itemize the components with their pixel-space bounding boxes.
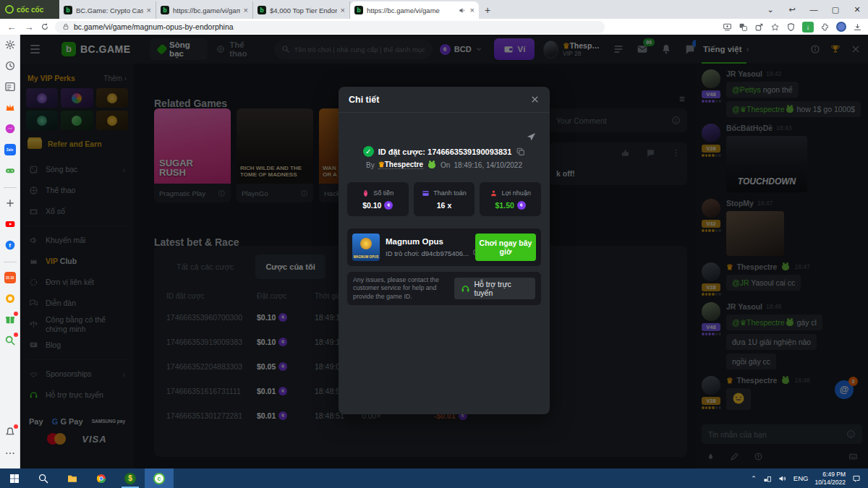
browser-tab[interactable]: bhttps://bc.game/vi/game× [350, 1, 479, 19]
verified-icon: ✓ [363, 146, 374, 157]
coccoc-shop-icon[interactable]: 15.10 [4, 272, 16, 283]
notification-dot [14, 333, 18, 337]
history-icon[interactable] [4, 60, 16, 72]
stat-label-row: Thanh toán [422, 189, 467, 197]
maximize-button[interactable]: ▢ [825, 5, 846, 14]
money-app-icon[interactable]: $ [116, 468, 145, 488]
modal-title: Chi tiết [349, 95, 379, 105]
start-button[interactable] [0, 468, 29, 488]
rewards-icon[interactable] [4, 293, 16, 304]
language-indicator[interactable]: ENG [793, 474, 809, 482]
rail-divider [4, 262, 17, 262]
notification-dot [14, 312, 18, 316]
headset-icon [461, 284, 470, 294]
settings-icon[interactable] [4, 39, 16, 51]
game-name: Magnum Opus [386, 237, 469, 246]
gift-icon[interactable] [4, 314, 16, 325]
volume-icon[interactable] [778, 474, 787, 483]
tray-expand-icon[interactable]: ⌃ [751, 475, 757, 482]
tab-title: $4,000 Top Tier Endorphina [270, 7, 337, 14]
tab-title: BC.Game: Crypto Casino Gan [76, 7, 143, 14]
url-bar[interactable]: bc.game/vi/game/magnum-opus-by-endorphin… [55, 21, 605, 33]
bet-by-row: By ♛Thespectre On 18:49:16, 14/10/2022 [339, 160, 550, 169]
new-tab-button[interactable]: + [479, 1, 496, 19]
coccoc-logo-icon [5, 5, 14, 14]
taskbar-search[interactable] [29, 468, 58, 488]
network-icon[interactable] [763, 474, 772, 483]
youtube-icon[interactable] [4, 218, 16, 230]
rail-bell-icon[interactable] [4, 427, 16, 438]
bag-icon [362, 189, 370, 197]
tab-title: https://bc.game/vi/game [367, 7, 455, 14]
downloads-icon[interactable] [853, 22, 862, 32]
coccoc-app-icon[interactable]: c [145, 468, 174, 488]
bookmark-star-icon[interactable] [770, 22, 780, 32]
minimize-button[interactable]: — [803, 5, 825, 14]
share-icon[interactable] [526, 132, 537, 142]
game-thumbnail[interactable]: MAGNUM OPUS [352, 234, 380, 261]
shield-icon[interactable] [786, 22, 796, 32]
stat-value: 16 x [437, 201, 451, 210]
stat-label-row: Số tiền [362, 189, 393, 197]
reload-button[interactable] [41, 22, 49, 31]
tab-list: bBC.Game: Crypto Casino Gan×bhttps://bc.… [59, 1, 479, 19]
tab-title: https://bc.game/vi/game/the [173, 7, 240, 14]
more-icon[interactable] [4, 448, 16, 459]
support-note: Any issues, please contact the customer … [353, 276, 454, 301]
support-button[interactable]: Hỗ trợ trực tuyến [454, 278, 535, 299]
games-icon[interactable] [4, 165, 16, 176]
browser-tabstrip: cốc cốc bBC.Game: Crypto Casino Gan×bhtt… [0, 0, 868, 19]
extensions-icon[interactable] [820, 22, 830, 32]
modal-close-icon[interactable] [530, 95, 540, 104]
zalo-icon[interactable]: Zalo [4, 144, 16, 155]
file-explorer-icon[interactable] [58, 468, 87, 488]
coccoc-download-button[interactable]: ↓ [802, 22, 814, 33]
messenger-icon[interactable] [4, 123, 16, 134]
coccoc-brand: cốc cốc [0, 0, 59, 19]
promo-search-icon[interactable] [4, 335, 16, 346]
play-now-button[interactable]: Chơi ngay bây giờ [475, 234, 536, 261]
support-box: Any issues, please contact the customer … [347, 272, 541, 305]
by-label: By [366, 161, 375, 169]
stat-box: Số tiền$0.10 ¢ [347, 182, 409, 216]
url-text: bc.game/vi/game/magnum-opus-by-endorphin… [74, 22, 234, 31]
reading-list-icon[interactable] [4, 81, 16, 93]
chrome-icon[interactable] [87, 468, 116, 488]
stat-label: Lợi nhuận [501, 189, 530, 197]
bet-id-row: ✓ ID đặt cược: 1746663539190093831 [339, 146, 550, 157]
tab-close-icon[interactable]: × [470, 6, 475, 14]
browser-toolbar: ← → bc.game/vi/game/magnum-opus-by-endor… [0, 19, 868, 35]
tab-search-icon[interactable]: ⌄ [760, 5, 781, 14]
zalo-icon[interactable]: Zalo [4, 144, 16, 155]
coin-icon: ¢ [517, 201, 526, 210]
browser-tab[interactable]: bBC.Game: Crypto Casino Gan× [59, 1, 156, 19]
notification-icon[interactable] [852, 474, 861, 483]
taskbar-clock[interactable]: 6:49 PM10/14/2022 [814, 471, 846, 486]
tab-close-icon[interactable]: × [244, 6, 248, 14]
crown-icon[interactable] [4, 102, 16, 114]
forward-button[interactable]: → [23, 22, 35, 33]
coin-icon: ¢ [384, 201, 393, 210]
download-page-icon[interactable] [723, 22, 732, 32]
frog-emoji [428, 162, 435, 168]
share-page-icon[interactable] [754, 22, 764, 32]
recent-tabs-icon[interactable]: ↩ [781, 5, 803, 14]
close-button[interactable]: ✕ [846, 5, 868, 14]
translate-icon[interactable] [739, 22, 748, 32]
game-id-text: ID trò chơi: d94cb975406... [386, 249, 469, 257]
back-button[interactable]: ← [6, 22, 17, 33]
profile-avatar[interactable] [836, 22, 846, 32]
browser-tab[interactable]: b$4,000 Top Tier Endorphina× [253, 1, 350, 19]
coccoc-shop-icon[interactable]: 15.10 [4, 272, 16, 283]
tab-audio-icon[interactable] [459, 7, 467, 14]
copy-icon[interactable] [516, 147, 525, 156]
bcgame-page: b BC.GAME Sòng bạc Thể thao Tên trò chơi… [20, 35, 868, 468]
window-controls: ⌄ ↩ — ▢ ✕ [760, 0, 868, 19]
browser-tab[interactable]: bhttps://bc.game/vi/game/the× [156, 1, 253, 19]
tab-close-icon[interactable]: × [147, 6, 151, 14]
tab-close-icon[interactable]: × [341, 6, 345, 14]
facebook-icon[interactable]: f [4, 239, 16, 251]
bet-user[interactable]: ♛Thespectre [378, 160, 423, 169]
add-icon[interactable] [4, 197, 16, 209]
stat-label-row: Lợi nhuận [490, 189, 530, 197]
